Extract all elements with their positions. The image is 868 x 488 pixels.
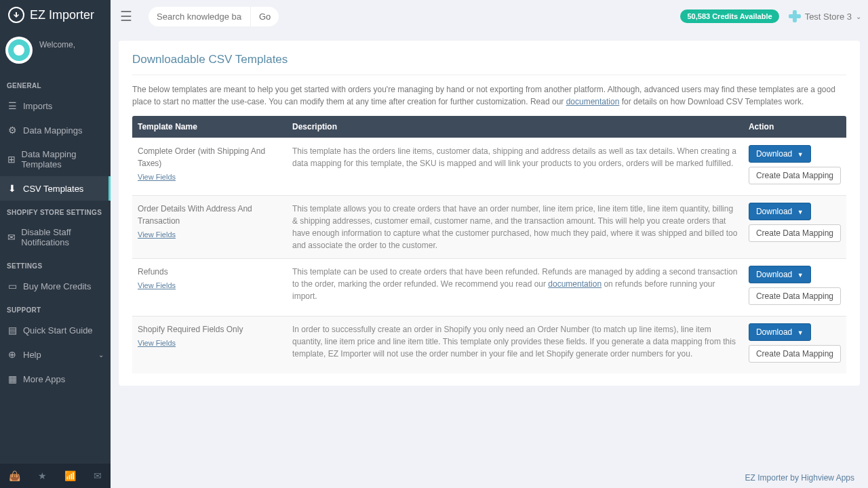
intro-text: The below templates are meant to help yo… xyxy=(132,83,846,108)
col-action: Action xyxy=(743,116,846,138)
col-description: Description xyxy=(287,116,743,138)
caret-down-icon: ▼ xyxy=(797,329,804,336)
download-button[interactable]: Download ▼ xyxy=(749,203,811,220)
topbar: ☰ Go 50,583 Credits Available Test Store… xyxy=(111,0,868,33)
grid-icon: ▦ xyxy=(7,373,18,384)
search-input[interactable] xyxy=(149,7,250,26)
main: ☰ Go 50,583 Credits Available Test Store… xyxy=(111,0,868,488)
sidebar-item-data-mapping-templates[interactable]: ⊞ Data Mapping Templates xyxy=(0,142,111,176)
sidebar-item-imports[interactable]: ☰ Imports xyxy=(0,94,111,118)
list-icon: ☰ xyxy=(7,100,18,111)
sliders-icon: ⚙ xyxy=(7,125,18,136)
template-description: This template has the orders line items,… xyxy=(287,138,743,196)
store-selector[interactable]: Test Store 3 ⌄ xyxy=(789,10,861,22)
create-mapping-button[interactable]: Create Data Mapping xyxy=(749,224,841,242)
doc-link[interactable]: documentation xyxy=(566,97,620,106)
sidebar-item-quick-start[interactable]: ▤ Quick Start Guide xyxy=(0,318,111,342)
view-fields-link[interactable]: View Fields xyxy=(138,338,176,349)
table-row: Shopify Required Fields OnlyView FieldsI… xyxy=(132,317,846,374)
view-fields-link[interactable]: View Fields xyxy=(138,171,176,183)
view-fields-link[interactable]: View Fields xyxy=(138,280,176,291)
sidebar-item-csv-templates[interactable]: ⬇ CSV Templates xyxy=(0,176,111,201)
bag-icon[interactable]: 👜 xyxy=(9,470,20,481)
page-title: Downloadable CSV Templates xyxy=(132,53,846,66)
envelope-icon[interactable]: ✉ xyxy=(94,470,102,481)
avatar xyxy=(5,37,33,64)
star-icon[interactable]: ★ xyxy=(38,470,47,481)
section-general: GENERAL xyxy=(0,74,111,94)
create-mapping-button[interactable]: Create Data Mapping xyxy=(749,287,841,305)
template-name: Order Details With Address And Transacti… xyxy=(138,203,281,227)
credits-badge: 50,583 Credits Available xyxy=(680,9,778,23)
chevron-down-icon: ⌄ xyxy=(98,351,104,359)
chevron-down-icon: ⌄ xyxy=(856,13,861,20)
sidebar-bottom: 👜 ★ 📶 ✉ xyxy=(0,464,111,488)
download-button[interactable]: Download ▼ xyxy=(749,266,811,283)
template-name: Shopify Required Fields Only xyxy=(138,323,281,336)
rss-icon[interactable]: 📶 xyxy=(64,470,76,481)
welcome: Welcome, xyxy=(0,30,111,74)
template-description: This template can be used to create orde… xyxy=(287,259,743,317)
download-icon: ⬇ xyxy=(7,183,18,194)
caret-down-icon: ▼ xyxy=(797,209,804,216)
create-mapping-button[interactable]: Create Data Mapping xyxy=(749,167,841,184)
doc-link[interactable]: documentation xyxy=(548,279,601,289)
sidebar-item-buy-credits[interactable]: ▭ Buy More Credits xyxy=(0,274,111,298)
sidebar-item-help[interactable]: ⊕ Help ⌄ xyxy=(0,342,111,367)
download-button[interactable]: Download ▼ xyxy=(749,145,811,163)
sidebar-item-more-apps[interactable]: ▦ More Apps xyxy=(0,367,111,391)
panel: Downloadable CSV Templates The below tem… xyxy=(119,41,860,386)
app-logo[interactable]: EZ Importer xyxy=(0,0,111,30)
template-name: Complete Order (with Shipping And Taxes) xyxy=(138,145,281,169)
hamburger-icon[interactable]: ☰ xyxy=(120,8,132,24)
caret-down-icon: ▼ xyxy=(797,272,804,279)
create-mapping-button[interactable]: Create Data Mapping xyxy=(749,345,841,363)
book-icon: ▤ xyxy=(7,325,18,336)
template-name: Refunds xyxy=(138,266,281,278)
app-name: EZ Importer xyxy=(30,8,94,22)
col-template-name: Template Name xyxy=(132,116,287,138)
welcome-label: Welcome, xyxy=(39,40,75,49)
mail-icon: ✉ xyxy=(7,232,16,243)
search: Go xyxy=(149,7,279,26)
template-description: In order to successfully create an order… xyxy=(287,317,743,374)
credit-card-icon: ▭ xyxy=(7,281,18,291)
welcome-name xyxy=(39,51,75,60)
import-icon xyxy=(8,7,24,23)
templates-table: Template Name Description Action Complet… xyxy=(132,116,846,373)
sidebar-item-disable-staff[interactable]: ✉ Disable Staff Notifications xyxy=(0,220,111,254)
caret-down-icon: ▼ xyxy=(797,151,804,158)
section-settings: SETTINGS xyxy=(0,254,111,274)
sidebar: EZ Importer Welcome, GENERAL ☰ Imports ⚙… xyxy=(0,0,111,488)
section-shopify: SHOPIFY STORE SETTINGS xyxy=(0,201,111,220)
table-row: RefundsView FieldsThis template can be u… xyxy=(132,259,846,317)
section-support: SUPPORT xyxy=(0,298,111,318)
table-row: Order Details With Address And Transacti… xyxy=(132,196,846,259)
sidebar-item-data-mappings[interactable]: ⚙ Data Mappings xyxy=(0,118,111,142)
globe-icon: ⊕ xyxy=(7,349,18,360)
view-fields-link[interactable]: View Fields xyxy=(138,229,176,241)
template-description: This template allows you to create order… xyxy=(287,196,743,259)
store-icon xyxy=(789,10,801,22)
template-icon: ⊞ xyxy=(7,154,16,165)
download-button[interactable]: Download ▼ xyxy=(749,323,811,341)
search-go-button[interactable]: Go xyxy=(250,7,279,26)
footer: EZ Importer by Highview Apps xyxy=(111,468,868,488)
table-row: Complete Order (with Shipping And Taxes)… xyxy=(132,138,846,196)
